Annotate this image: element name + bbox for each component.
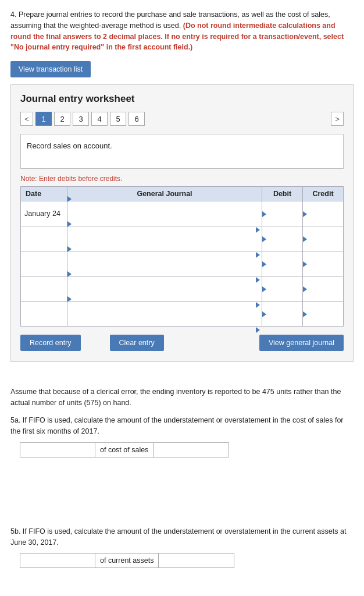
journal-input-3[interactable] [67,253,262,277]
journal-cell-2[interactable] [67,226,262,251]
journal-input-1[interactable] [67,203,262,227]
credit-input-4[interactable] [311,276,342,301]
debit-input-1[interactable] [270,201,302,226]
debit-cell-1[interactable] [262,201,303,226]
triangle-icon-3 [67,246,72,252]
credit-input-3[interactable] [311,251,342,276]
triangle-icon-4 [67,271,72,277]
cost-of-sales-input-2[interactable] [154,442,229,457]
journal-cell-3[interactable] [67,251,262,276]
tab-nav-right[interactable]: > [331,112,344,126]
tab-2[interactable]: 2 [54,112,70,126]
credit-cell-5[interactable] [303,301,344,327]
current-assets-label: of current assets [95,553,159,568]
current-assets-input[interactable] [20,553,95,568]
journal-input-4[interactable] [67,278,262,302]
debit-cell-2[interactable] [262,226,303,251]
credit-cell-2[interactable] [303,226,344,251]
date-cell-4 [21,276,67,301]
note-text: Note: Enter debits before credits. [20,175,344,183]
debit-triangle-2 [262,236,266,242]
col-header-debit: Debit [262,187,303,201]
credit-triangle-2 [303,236,307,242]
col-header-date: Date [21,187,67,201]
credit-triangle-3 [303,261,307,267]
question-5b: 5b. If FIFO is used, calculate the amoun… [10,526,354,549]
col-header-journal: General Journal [67,187,262,201]
triangle-icon-5b [256,327,260,333]
table-row [21,301,344,327]
debit-cell-4[interactable] [262,276,303,301]
clear-entry-button[interactable]: Clear entry [110,335,164,351]
credit-triangle-5 [303,311,307,317]
journal-cell-4[interactable] [67,276,262,301]
action-buttons: Record entry Clear entry View general jo… [20,335,344,351]
date-cell-2 [21,226,67,251]
tab-4[interactable]: 4 [91,112,108,126]
credit-cell-1[interactable] [303,201,344,226]
debit-input-5[interactable] [270,301,302,326]
triangle-icon-5 [67,296,72,302]
worksheet-title: Journal entry worksheet [20,93,344,105]
col-header-credit: Credit [303,187,344,201]
tab-nav-left[interactable]: < [20,112,33,126]
question-4-container: 4. Prepare journal entries to record the… [10,9,354,362]
cost-of-sales-input[interactable] [20,442,95,457]
record-description-text: Record sales on account. [27,141,112,150]
current-assets-input-group: of current assets [20,553,354,568]
debit-triangle-5 [262,311,266,317]
debit-triangle-1 [262,211,266,217]
tab-3[interactable]: 3 [73,112,89,126]
cost-of-sales-label: of cost of sales [95,442,154,457]
record-entry-button[interactable]: Record entry [20,335,81,351]
question-4-text: 4. Prepare journal entries to record the… [10,9,354,53]
cost-of-sales-input-group: of cost of sales [20,442,354,457]
section-intro-text: Assume that because of a clerical error,… [10,386,354,409]
date-cell-3 [21,251,67,276]
spacer-1 [10,375,354,386]
journal-input-5[interactable] [67,303,262,327]
debit-triangle-4 [262,286,266,292]
triangle-icon-2 [67,221,72,227]
journal-table: Date General Journal Debit Credit Januar… [20,186,344,327]
tab-5[interactable]: 5 [110,112,126,126]
credit-input-2[interactable] [311,226,342,251]
spacer-lg-1 [10,468,354,526]
credit-triangle-4 [303,286,307,292]
triangle-icon-1 [67,196,72,202]
tab-navigation: < 1 2 3 4 5 6 > [20,112,344,126]
credit-cell-3[interactable] [303,251,344,276]
debit-input-4[interactable] [270,276,302,301]
current-assets-input-2[interactable] [159,553,234,568]
journal-input-2[interactable] [67,228,262,252]
worksheet-container: Journal entry worksheet < 1 2 3 4 5 6 > … [10,84,354,362]
journal-cell-5[interactable] [67,301,262,327]
credit-input-5[interactable] [311,301,342,326]
view-general-journal-button[interactable]: View general journal [259,335,344,351]
date-cell-1: January 24 [21,201,67,226]
record-description: Record sales on account. [20,134,344,169]
credit-cell-4[interactable] [303,276,344,301]
question-5a: 5a. If FIFO is used, calculate the amoun… [10,415,354,438]
credit-triangle-1 [303,211,307,217]
question-number: 4. [10,10,16,19]
view-transaction-button[interactable]: View transaction list [10,61,91,77]
debit-input-3[interactable] [270,251,302,276]
debit-cell-3[interactable] [262,251,303,276]
debit-input-2[interactable] [270,226,302,251]
tab-6[interactable]: 6 [129,112,145,126]
tab-1[interactable]: 1 [35,112,52,126]
date-cell-5 [21,301,67,327]
journal-cell-1[interactable] [67,201,262,226]
credit-input-1[interactable] [311,201,342,226]
debit-triangle-3 [262,261,266,267]
debit-cell-5[interactable] [262,301,303,327]
